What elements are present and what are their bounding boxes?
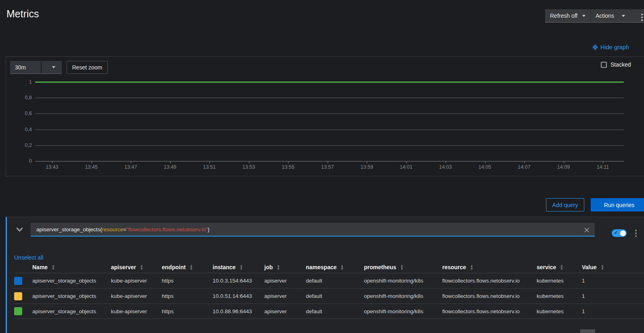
x-tick-mark	[524, 161, 525, 163]
table-header-row: Nameapiserverendpointinstancejobnamespac…	[14, 262, 644, 273]
x-tick-mark	[170, 161, 171, 163]
table-cell: apiserver_storage_objects	[32, 278, 111, 284]
chevron-down-icon	[52, 66, 55, 68]
actions-dropdown[interactable]: Actions	[590, 9, 630, 22]
x-tick-label: 13:53	[236, 164, 262, 170]
x-tick-label: 14:07	[511, 164, 537, 170]
sort-icon	[52, 265, 55, 270]
x-tick-label: 13:47	[118, 164, 144, 170]
column-header-label: job	[264, 264, 273, 270]
column-header-job[interactable]: job	[264, 264, 306, 270]
table-cell: kube-apiserver	[111, 278, 162, 284]
column-header-name[interactable]: Name	[32, 264, 111, 270]
run-queries-button[interactable]: Run queries	[591, 198, 644, 212]
query-expression-input[interactable]: apiserver_storage_objects{resource="flow…	[31, 223, 595, 237]
x-tick-label: 13:57	[315, 164, 341, 170]
column-header-value[interactable]: Value	[582, 264, 644, 270]
x-tick-label: 14:03	[433, 164, 458, 170]
graph-panel: 30m Reset zoom Stacked 00,20,40,60,8113:…	[6, 57, 644, 176]
x-tick-mark	[406, 161, 407, 163]
column-header-label: instance	[213, 264, 236, 270]
query-segment-metric: apiserver_storage_objects	[36, 226, 100, 232]
series-color-swatch[interactable]	[14, 277, 22, 285]
x-tick-label: 13:43	[39, 164, 65, 170]
x-tick-label: 14:05	[472, 164, 498, 170]
horizontal-scrollbar-thumb[interactable]	[580, 329, 595, 333]
column-header-prometheus[interactable]: prometheus	[364, 264, 442, 270]
x-tick-label: 13:59	[354, 164, 380, 170]
clear-query-icon[interactable]	[583, 226, 591, 234]
y-tick-label: 0,2	[9, 142, 32, 148]
close-icon	[584, 227, 590, 233]
sort-icon	[240, 265, 243, 270]
x-tick-label: 13:49	[157, 164, 183, 170]
table-cell: default	[306, 293, 364, 299]
sort-icon	[470, 265, 473, 270]
column-header-label: endpoint	[162, 264, 186, 270]
table-cell: 1	[582, 278, 644, 284]
timespan-value: 30m	[10, 61, 41, 74]
sort-icon	[400, 265, 404, 270]
table-cell: kubernetes	[537, 278, 582, 284]
actions-label: Actions	[596, 13, 614, 19]
table-cell: default	[306, 278, 364, 284]
table-cell: apiserver_storage_objects	[32, 308, 111, 314]
column-header-resource[interactable]: resource	[442, 264, 537, 270]
table-cell: kubernetes	[537, 308, 582, 314]
series-swatch-cell	[14, 292, 32, 300]
query-segment-punct: }	[208, 226, 210, 232]
column-header-endpoint[interactable]: endpoint	[162, 264, 213, 270]
x-tick-label: 13:51	[197, 164, 222, 170]
gridline	[35, 113, 624, 114]
query-kebab-menu[interactable]	[634, 228, 638, 239]
query-collapse-toggle[interactable]	[13, 224, 25, 235]
table-cell: flowcollectors.flows.netobserv.io	[442, 308, 537, 314]
hide-graph-link[interactable]: Hide graph	[592, 44, 629, 50]
sort-icon	[601, 265, 604, 270]
series-color-swatch[interactable]	[14, 307, 22, 315]
sort-icon	[190, 265, 193, 270]
y-tick-label: 1	[9, 79, 32, 85]
top-toolbar: Refresh off Actions	[545, 9, 644, 23]
table-cell: openshift-monitoring/k8s	[364, 278, 442, 284]
page-kebab-menu[interactable]	[640, 12, 644, 23]
chevron-down-icon	[16, 227, 23, 232]
toggle-knob	[620, 230, 626, 236]
stacked-label: Stacked	[611, 61, 631, 68]
x-tick-label: 13:45	[79, 164, 105, 170]
sort-icon	[140, 265, 143, 270]
timespan-caret[interactable]	[41, 61, 62, 74]
enable-query-toggle[interactable]: ✓	[612, 229, 627, 237]
y-tick-label: 0	[9, 158, 32, 164]
column-header-apiserver[interactable]: apiserver	[111, 264, 162, 270]
stacked-checkbox[interactable]	[601, 62, 607, 68]
query-results-table: Nameapiserverendpointinstancejobnamespac…	[14, 262, 644, 319]
x-tick-mark	[249, 161, 249, 163]
sort-icon	[277, 265, 280, 270]
metrics-page: Metrics Refresh off Actions Hide graph 3…	[0, 0, 644, 333]
column-header-instance[interactable]: instance	[213, 264, 264, 270]
reset-zoom-button[interactable]: Reset zoom	[67, 61, 108, 74]
refresh-interval-dropdown[interactable]: Refresh off	[545, 9, 590, 22]
y-tick-label: 0,6	[9, 111, 32, 116]
table-cell: https	[162, 278, 213, 284]
plot-area[interactable]: 00,20,40,60,8113:4313:4513:4713:4913:511…	[35, 82, 624, 161]
table-row: apiserver_storage_objectskube-apiserverh…	[14, 273, 644, 288]
query-segment-label: resource	[102, 226, 123, 232]
add-query-button[interactable]: Add query	[546, 198, 584, 212]
x-tick-mark	[445, 161, 446, 163]
table-row: apiserver_storage_objectskube-apiserverh…	[14, 304, 644, 319]
column-header-service[interactable]: service	[537, 264, 582, 270]
column-header-label: resource	[442, 264, 466, 270]
x-tick-mark	[367, 161, 367, 163]
series-color-swatch[interactable]	[14, 292, 22, 300]
table-cell: 1	[582, 308, 644, 314]
x-tick-label: 13:55	[275, 164, 301, 170]
unselect-all-link[interactable]: Unselect all	[14, 254, 43, 261]
timespan-select[interactable]: 30m	[10, 61, 62, 74]
query-input-text: apiserver_storage_objects{resource="flow…	[36, 226, 209, 232]
table-cell: openshift-monitoring/k8s	[364, 293, 442, 299]
column-header-label: apiserver	[111, 264, 136, 270]
column-header-namespace[interactable]: namespace	[306, 264, 364, 270]
x-tick-mark	[485, 161, 485, 163]
